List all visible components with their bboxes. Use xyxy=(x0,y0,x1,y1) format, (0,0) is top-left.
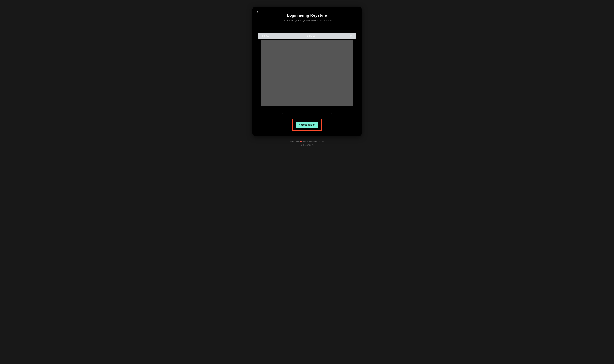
chevron-left-icon xyxy=(282,113,284,115)
column-header-index: # xyxy=(344,34,353,37)
heart-icon: ❤ xyxy=(300,140,302,143)
pagination xyxy=(256,112,359,116)
build-prefix: Build xyxy=(301,144,306,146)
page-next-button[interactable] xyxy=(329,112,333,116)
cta-area: Access Wallet xyxy=(256,119,359,131)
build-hash: a875defc xyxy=(305,144,313,146)
page: Login using Keystore Drag & drop your ke… xyxy=(0,0,614,147)
page-prev-button[interactable] xyxy=(281,112,285,116)
column-header-address: Address xyxy=(261,34,307,37)
back-button[interactable] xyxy=(256,10,260,14)
modal-subtitle: Drag & drop your keystore file here or s… xyxy=(256,19,359,22)
footer-suffix: by the MultiversX team xyxy=(302,140,324,143)
footer-prefix: Made with xyxy=(290,140,300,143)
keystore-login-modal: Login using Keystore Drag & drop your ke… xyxy=(252,7,362,136)
address-list: Address Balance # xyxy=(256,33,359,106)
access-wallet-highlight: Access Wallet xyxy=(292,119,322,131)
arrow-left-icon xyxy=(256,11,259,14)
footer-credit: Made with ❤ by the MultiversX team xyxy=(290,140,324,143)
modal-title: Login using Keystore xyxy=(256,13,359,18)
column-header-balance: Balance xyxy=(307,34,344,37)
list-body-placeholder[interactable] xyxy=(261,40,353,106)
footer-build: Build a875defc xyxy=(290,144,324,147)
chevron-right-icon xyxy=(330,113,332,115)
access-wallet-button[interactable]: Access Wallet xyxy=(296,121,318,128)
list-header-row: Address Balance # xyxy=(258,33,356,39)
page-footer: Made with ❤ by the MultiversX team Build… xyxy=(290,140,324,147)
